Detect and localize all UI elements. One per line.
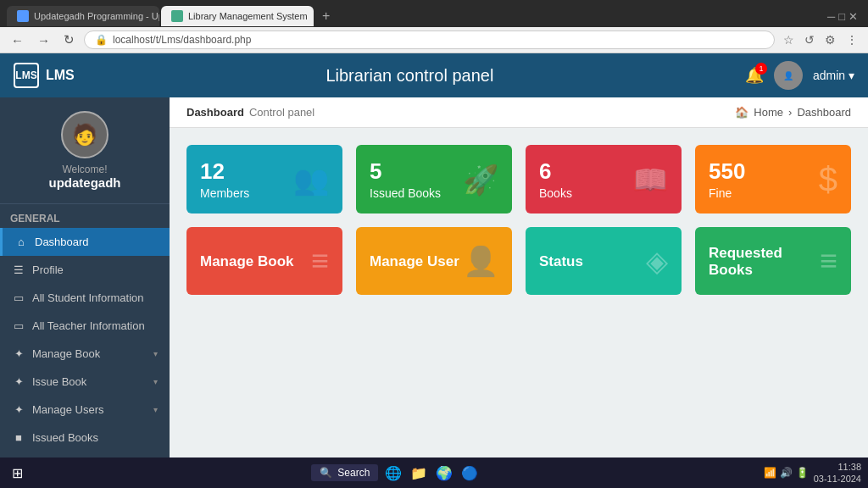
- sidebar-item-manage-users[interactable]: ✦ Manage Users ▾: [0, 396, 170, 424]
- sidebar-item-view-requested[interactable]: ■ View Requested Books: [0, 452, 170, 458]
- header-right: 🔔 1 👤 admin ▾: [745, 61, 854, 90]
- card-requested-books-text: Requested Books: [709, 243, 820, 279]
- taskbar-left: ⊞: [7, 463, 28, 483]
- sidebar-label-issued-books: Issued Books: [32, 431, 158, 444]
- browser-tab-1[interactable]: Updategadh Programming - Upd... ✕: [7, 6, 159, 26]
- tab-label-2: Library Management System: [188, 11, 308, 21]
- card-status-label: Status: [539, 253, 583, 270]
- close-button[interactable]: ✕: [849, 10, 858, 23]
- new-tab-button[interactable]: +: [315, 5, 337, 27]
- reload-button[interactable]: ↻: [59, 30, 79, 49]
- card-books-text: 6 Books: [539, 158, 572, 200]
- sidebar-label-all-student: All Student Information: [32, 291, 158, 304]
- card-books[interactable]: 6 Books 📖: [526, 145, 682, 214]
- logo-label: LMS: [46, 68, 75, 83]
- browser-chrome: Updategadh Programming - Upd... ✕ Librar…: [0, 0, 868, 53]
- chevron-down-icon: ▾: [153, 349, 158, 358]
- page-title: Librarian control panel: [75, 66, 745, 86]
- sidebar-label-manage-users: Manage Users: [32, 403, 147, 416]
- avatar-image: 🧑: [72, 123, 97, 147]
- url-text: localhost/t/Lms/dashboard.php: [113, 34, 251, 46]
- forward-button[interactable]: →: [33, 31, 54, 49]
- sidebar-label-dashboard: Dashboard: [35, 236, 158, 248]
- card-members-number: 12: [200, 158, 249, 185]
- back-button[interactable]: ←: [7, 31, 28, 49]
- sidebar-item-all-student[interactable]: ▭ All Student Information: [0, 284, 170, 312]
- app-header: LMS LMS Librarian control panel 🔔 1 👤 ad…: [0, 53, 868, 97]
- taskbar-widget-2[interactable]: 📁: [409, 463, 429, 483]
- clock-time: 11:38: [814, 461, 861, 473]
- card-books-label: Books: [539, 186, 572, 200]
- sidebar-item-dashboard[interactable]: ⌂ Dashboard: [0, 228, 170, 256]
- sidebar-item-issue-book[interactable]: ✦ Issue Book ▾: [0, 368, 170, 396]
- breadcrumb-page: Dashboard: [797, 106, 851, 119]
- dollar-icon: $: [819, 160, 837, 198]
- browser-tab-2[interactable]: Library Management System ✕: [161, 6, 314, 26]
- taskbar-search[interactable]: 🔍 Search: [311, 464, 378, 481]
- card-manage-user[interactable]: Manage User 👤: [356, 227, 512, 295]
- menu-icon[interactable]: ⋮: [843, 31, 861, 48]
- nav-icons: ☆ ↺ ⚙ ⋮: [780, 31, 861, 48]
- sidebar-avatar: 🧑: [61, 111, 108, 158]
- notification-button[interactable]: 🔔 1: [745, 66, 764, 85]
- start-button[interactable]: ⊞: [7, 463, 28, 483]
- sidebar-item-all-teacher[interactable]: ▭ All Teacher Information: [0, 312, 170, 340]
- card-manage-book-text: Manage Book: [200, 252, 294, 270]
- chevron-down-icon-2: ▾: [153, 377, 158, 386]
- card-fine-number: 550: [709, 158, 745, 185]
- card-manage-book[interactable]: Manage Book ≡: [186, 227, 342, 295]
- sidebar-item-issued-books[interactable]: ■ Issued Books: [0, 424, 170, 452]
- clock: 11:38 03-11-2024: [814, 461, 861, 485]
- manage-book-icon: ✦: [12, 347, 25, 360]
- members-icon: 👥: [293, 163, 329, 197]
- card-manage-user-label: Manage User: [370, 253, 459, 270]
- address-bar[interactable]: 🔒 localhost/t/Lms/dashboard.php: [84, 30, 775, 49]
- books-icon: 📖: [632, 163, 668, 197]
- issued-books-icon: ■: [12, 431, 25, 444]
- taskbar-widget-4[interactable]: 🔵: [459, 463, 480, 483]
- manage-users-icon: ✦: [12, 403, 25, 416]
- card-status-text: Status: [539, 252, 583, 270]
- logo-text: LMS: [15, 69, 36, 81]
- refresh-icon[interactable]: ↺: [801, 31, 818, 48]
- sidebar: 🧑 Welcome! updategadh General ⌂ Dashboar…: [0, 97, 170, 458]
- minimize-button[interactable]: ─: [827, 10, 835, 23]
- breadcrumb: Dashboard Control panel: [186, 106, 314, 119]
- main-area: 🧑 Welcome! updategadh General ⌂ Dashboar…: [0, 97, 868, 458]
- wifi-icon: 📶: [764, 467, 776, 479]
- card-status[interactable]: Status ◈: [526, 227, 682, 295]
- card-issued-books[interactable]: 5 Issued Books 🚀: [356, 145, 512, 214]
- sidebar-item-manage-book[interactable]: ✦ Manage Book ▾: [0, 340, 170, 368]
- card-fine[interactable]: 550 Fine $: [695, 145, 851, 214]
- avatar[interactable]: 👤: [774, 61, 803, 90]
- tab-label-1: Updategadh Programming - Upd...: [34, 11, 159, 21]
- taskbar-widget-1[interactable]: 🌐: [383, 463, 403, 483]
- volume-icon: 🔊: [780, 467, 793, 479]
- search-icon: 🔍: [320, 467, 332, 479]
- taskbar-widget-3[interactable]: 🌍: [434, 463, 454, 483]
- sidebar-user: 🧑 Welcome! updategadh: [0, 97, 170, 204]
- card-members[interactable]: 12 Members 👥: [186, 145, 342, 214]
- content-area: Dashboard Control panel 🏠 Home › Dashboa…: [170, 97, 868, 458]
- card-requested-books[interactable]: Requested Books ≡: [695, 227, 851, 295]
- tab-icon-1: [17, 10, 29, 22]
- profile-icon: ☰: [12, 263, 25, 276]
- search-label: Search: [337, 467, 370, 479]
- header-logo: LMS LMS: [14, 63, 75, 88]
- sidebar-welcome: Welcome!: [62, 164, 107, 175]
- student-icon: ▭: [12, 291, 25, 304]
- breadcrumb-sub: Control panel: [249, 106, 314, 119]
- card-books-number: 6: [539, 158, 572, 185]
- card-members-label: Members: [200, 186, 249, 200]
- breadcrumb-current: Dashboard: [186, 106, 244, 119]
- logo-box: LMS: [14, 63, 39, 88]
- taskbar-center: 🔍 Search 🌐 📁 🌍 🔵: [311, 463, 480, 483]
- content-header: Dashboard Control panel 🏠 Home › Dashboa…: [170, 97, 868, 128]
- extensions-icon[interactable]: ⚙: [821, 31, 839, 48]
- admin-dropdown[interactable]: admin ▾: [813, 69, 854, 82]
- sidebar-item-profile[interactable]: ☰ Profile: [0, 256, 170, 284]
- card-manage-user-text: Manage User: [370, 252, 459, 270]
- manage-user-card-icon: 👤: [463, 244, 498, 278]
- maximize-button[interactable]: □: [838, 10, 845, 23]
- star-icon[interactable]: ☆: [780, 31, 798, 48]
